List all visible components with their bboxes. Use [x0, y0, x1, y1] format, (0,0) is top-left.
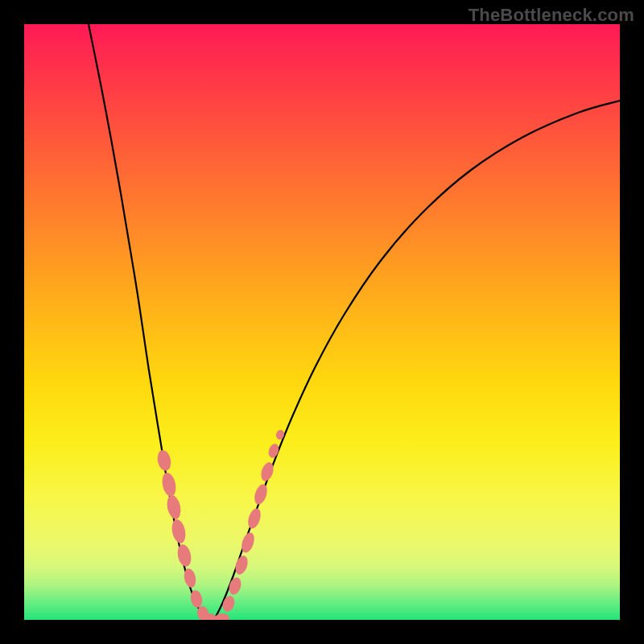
bead-cluster: [155, 429, 285, 620]
bead-marker: [165, 494, 183, 521]
bead-marker: [246, 506, 262, 530]
bead-marker: [233, 554, 250, 576]
bead-marker: [170, 518, 188, 545]
bead-marker: [227, 576, 243, 596]
curve-left-limb: [89, 24, 208, 620]
bead-marker: [175, 543, 192, 568]
bead-marker: [267, 443, 281, 460]
curve-right-limb: [214, 101, 620, 620]
curve-layer: [24, 24, 620, 620]
bead-marker: [155, 449, 172, 473]
watermark-text: TheBottleneck.com: [469, 5, 634, 26]
bead-marker: [160, 472, 178, 498]
bead-marker: [252, 482, 269, 506]
plot-area: [24, 24, 620, 620]
chart-frame: TheBottleneck.com: [0, 0, 644, 644]
bead-marker: [221, 594, 236, 613]
